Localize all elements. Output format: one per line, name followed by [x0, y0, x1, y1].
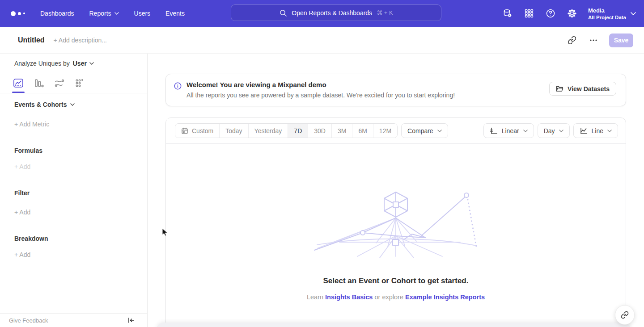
- data-management-icon[interactable]: [502, 8, 513, 19]
- next-card-peek: [156, 323, 631, 327]
- more-options-icon[interactable]: [588, 34, 599, 46]
- analyze-value: User: [73, 60, 87, 67]
- chevron-down-icon: [437, 130, 442, 132]
- chevron-down-icon: [607, 130, 612, 132]
- global-search[interactable]: Open Reports & Dashboards ⌘ + K: [231, 4, 441, 21]
- chevron-down-icon: [559, 130, 564, 132]
- range-label: Yesterday: [254, 127, 282, 134]
- range-12m[interactable]: 12M: [373, 124, 397, 138]
- calendar-icon: [181, 127, 188, 134]
- nav-item-users[interactable]: Users: [134, 10, 151, 17]
- scale-label: Linear: [502, 127, 519, 134]
- save-button[interactable]: Save: [609, 34, 633, 47]
- add-metric-button[interactable]: + Add Metric: [14, 120, 49, 129]
- analyze-row: Analyze Uniques by User: [0, 54, 147, 73]
- empty-state-title: Select an Event or Cohort to get started…: [166, 277, 626, 285]
- add-breakdown-button[interactable]: + Add: [14, 250, 30, 259]
- granularity-label: Day: [544, 127, 555, 134]
- breakdown-section-title: Breakdown: [14, 234, 48, 243]
- chart-type-selector[interactable]: Line: [573, 123, 618, 138]
- search-shortcut: ⌘ + K: [377, 9, 393, 16]
- add-description-field[interactable]: + Add description...: [54, 37, 107, 44]
- tab-bar-chart[interactable]: [34, 73, 54, 93]
- view-datasets-button[interactable]: View Datasets: [549, 82, 616, 96]
- share-link-button[interactable]: [615, 305, 635, 325]
- compare-button[interactable]: Compare: [401, 123, 448, 138]
- help-icon[interactable]: [545, 8, 556, 19]
- search-placeholder: Open Reports & Dashboards: [292, 9, 372, 17]
- empty-state-illustration: [313, 189, 479, 259]
- range-6m[interactable]: 6M: [352, 124, 373, 138]
- tab-flows-chart[interactable]: [54, 73, 75, 93]
- nav-label: Reports: [89, 10, 111, 17]
- settings-gear-icon[interactable]: [567, 8, 577, 19]
- nav-label: Dashboards: [40, 10, 74, 17]
- empty-state-subtitle: Learn Insights Basics or explore Example…: [166, 293, 626, 301]
- range-today[interactable]: Today: [220, 124, 248, 138]
- chevron-down-icon: [114, 12, 119, 15]
- range-3m[interactable]: 3M: [332, 124, 352, 138]
- copy-link-icon[interactable]: [566, 34, 578, 46]
- nav-item-reports[interactable]: Reports: [89, 10, 119, 17]
- sidebar: Analyze Uniques by User: [0, 54, 148, 327]
- main-content: Welcome! You are viewing a Mixpanel demo…: [148, 54, 644, 327]
- report-header: Untitled + Add description... Save: [0, 27, 644, 54]
- logo-dot: [23, 13, 25, 14]
- range-label: 6M: [358, 127, 367, 134]
- range-label: 12M: [379, 127, 391, 134]
- view-datasets-label: View Datasets: [568, 85, 610, 92]
- empty-state-text: or explore: [374, 293, 403, 301]
- filter-section-title: Filter: [14, 189, 30, 197]
- range-label: 30D: [314, 127, 326, 134]
- search-icon: [279, 9, 287, 17]
- project-selector[interactable]: Media All Project Data: [588, 7, 636, 21]
- nav-label: Users: [134, 10, 151, 17]
- apps-grid-icon[interactable]: [524, 8, 534, 19]
- granularity-selector[interactable]: Day: [538, 123, 570, 138]
- folder-icon: [556, 85, 564, 92]
- tab-insights-line-chart[interactable]: [13, 73, 34, 93]
- chart-type-label: Line: [592, 127, 603, 134]
- report-card: Custom Today Yesterday 7D 30D 3M 6M 12M …: [165, 117, 626, 327]
- date-range-selector: Custom Today Yesterday 7D 30D 3M 6M 12M: [175, 123, 398, 138]
- sidebar-footer: Give Feedback: [0, 313, 147, 327]
- empty-state-text: Learn: [307, 293, 323, 301]
- banner-title: Welcome! You are viewing a Mixpanel demo: [186, 81, 326, 88]
- range-7d[interactable]: 7D: [288, 124, 308, 138]
- analyze-by-dropdown[interactable]: User: [73, 60, 94, 67]
- logo-dot: [18, 12, 21, 15]
- events-cohorts-section[interactable]: Events & Cohorts: [14, 100, 75, 109]
- nav-item-dashboards[interactable]: Dashboards: [40, 10, 74, 17]
- events-cohorts-label: Events & Cohorts: [14, 100, 67, 109]
- chart-type-tabs: [0, 73, 147, 93]
- range-label: Custom: [192, 127, 213, 134]
- scale-selector[interactable]: Linear: [483, 123, 534, 138]
- report-title[interactable]: Untitled: [18, 36, 45, 44]
- range-yesterday[interactable]: Yesterday: [249, 124, 288, 138]
- nav-item-events[interactable]: Events: [165, 10, 185, 17]
- chevron-down-icon: [631, 12, 636, 15]
- compare-label: Compare: [407, 127, 433, 134]
- nav-label: Events: [165, 10, 185, 17]
- collapse-sidebar-icon[interactable]: [127, 317, 135, 324]
- chart-controls: Custom Today Yesterday 7D 30D 3M 6M 12M …: [166, 118, 626, 144]
- mixpanel-logo[interactable]: [11, 11, 25, 16]
- chevron-down-icon: [523, 130, 528, 132]
- range-30d[interactable]: 30D: [308, 124, 332, 138]
- range-label: Today: [225, 127, 242, 134]
- banner-subtitle: All the reports you see are powered by a…: [186, 92, 455, 99]
- empty-state: Select an Event or Cohort to get started…: [166, 189, 626, 301]
- top-nav: Dashboards Reports Users Events Open Rep…: [0, 0, 644, 27]
- range-custom[interactable]: Custom: [175, 124, 220, 138]
- welcome-banner: Welcome! You are viewing a Mixpanel demo…: [165, 74, 626, 106]
- insights-basics-link[interactable]: Insights Basics: [325, 293, 373, 301]
- formulas-section-title: Formulas: [14, 146, 42, 155]
- tab-retention-grid[interactable]: [75, 73, 95, 93]
- add-formula-button[interactable]: + Add: [14, 162, 30, 171]
- info-icon: [174, 82, 182, 90]
- project-name: Media: [588, 7, 626, 14]
- give-feedback-link[interactable]: Give Feedback: [9, 317, 48, 324]
- example-insights-reports-link[interactable]: Example Insights Reports: [405, 293, 485, 301]
- analyze-label: Analyze Uniques by: [14, 60, 70, 67]
- add-filter-button[interactable]: + Add: [14, 208, 30, 217]
